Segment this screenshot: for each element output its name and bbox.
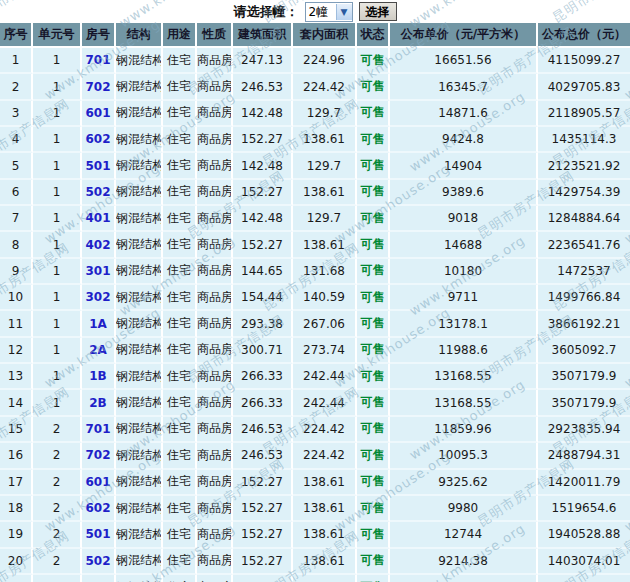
structure-cell: 钢混结构: [116, 259, 163, 285]
chevron-down-icon[interactable]: ▼: [336, 4, 352, 20]
inner-area-cell: 138.61: [293, 470, 357, 496]
total-price-cell: 4029705.83: [538, 74, 630, 100]
use-cell: 住宅: [163, 285, 197, 311]
column-header-4: 用途: [163, 23, 197, 48]
table-row: 21702钢混结构住宅商品房246.53224.42可售16345.740297…: [0, 74, 630, 100]
unit-number-cell: 1: [33, 232, 82, 258]
total-price-cell: 2236541.76: [538, 232, 630, 258]
use-cell: 住宅: [163, 417, 197, 443]
status-cell: 可售: [357, 180, 390, 206]
built-area-cell: 246.53: [233, 443, 293, 469]
column-header-7: 套内面积: [293, 23, 357, 48]
room-number-link[interactable]: 502: [82, 180, 116, 206]
total-price-cell: 3866192.21: [538, 311, 630, 337]
table-row: 101302钢混结构住宅商品房154.44140.59可售97111499766…: [0, 285, 630, 311]
status-cell: 可售: [357, 153, 390, 179]
built-area-cell: 266.33: [233, 390, 293, 416]
table-row: 172601钢混结构住宅商品房152.27138.61可售9325.621420…: [0, 470, 630, 496]
total-price-cell: 1472537: [538, 259, 630, 285]
room-number-link[interactable]: 1A: [82, 311, 116, 337]
unit-price-cell: 11859.96: [390, 417, 538, 443]
unit-price-cell: 14688: [390, 232, 538, 258]
nature-cell: 商品房: [197, 232, 233, 258]
serial-cell: 5: [0, 153, 33, 179]
unit-price-cell: 9424.8: [390, 127, 538, 153]
room-number-link[interactable]: 402: [82, 232, 116, 258]
total-price-cell: 3507179.9: [538, 390, 630, 416]
inner-area-cell: 242.44: [293, 390, 357, 416]
room-number-link[interactable]: 601: [82, 101, 116, 127]
structure-cell: 钢混结构: [116, 48, 163, 74]
building-select[interactable]: 2幢 ▼: [305, 2, 353, 22]
nature-cell: 商品房: [197, 180, 233, 206]
built-area-cell: 144.65: [233, 259, 293, 285]
serial-cell: 11: [0, 311, 33, 337]
room-number-link[interactable]: 501: [82, 153, 116, 179]
table-row: 41602钢混结构住宅商品房152.27138.61可售9424.8143511…: [0, 127, 630, 153]
select-building-button[interactable]: 选择: [359, 2, 397, 21]
unit-price-cell: 13178.1: [390, 311, 538, 337]
structure-cell: 钢混结构: [116, 338, 163, 364]
serial-cell: 14: [0, 390, 33, 416]
room-number-link[interactable]: 602: [82, 496, 116, 522]
room-number-link[interactable]: 502: [82, 549, 116, 575]
status-cell: 可售: [357, 443, 390, 469]
table-row: 61502钢混结构住宅商品房152.27138.61可售9389.6142975…: [0, 180, 630, 206]
room-number-link[interactable]: 702: [82, 74, 116, 100]
total-price-cell: 1519654.6: [538, 496, 630, 522]
nature-cell: 商品房: [197, 575, 233, 582]
building-selector-bar: 请选择幢： 2幢 ▼ 选择: [0, 0, 630, 23]
unit-number-cell: 1: [33, 153, 82, 179]
unit-price-cell: 16345.7: [390, 74, 538, 100]
column-header-6: 建筑面积: [233, 23, 293, 48]
room-number-link[interactable]: 2B: [82, 390, 116, 416]
total-price-cell: 4115099.27: [538, 48, 630, 74]
room-number-link[interactable]: 2A: [82, 338, 116, 364]
use-cell: 住宅: [163, 364, 197, 390]
serial-cell: 3: [0, 101, 33, 127]
room-number-link[interactable]: 701: [82, 48, 116, 74]
structure-cell: 钢混结构: [116, 206, 163, 232]
unit-number-cell: 1: [33, 259, 82, 285]
status-cell: 可售: [357, 48, 390, 74]
built-area-cell: 247.13: [233, 48, 293, 74]
status-cell: 可售: [357, 311, 390, 337]
room-number-link[interactable]: 301: [82, 259, 116, 285]
unit-number-cell: 1: [33, 338, 82, 364]
unit-number-cell: 1: [33, 364, 82, 390]
built-area-cell: 154.44: [233, 285, 293, 311]
serial-cell: 9: [0, 259, 33, 285]
room-number-link[interactable]: 702: [82, 443, 116, 469]
nature-cell: 商品房: [197, 311, 233, 337]
room-number-link[interactable]: 602: [82, 127, 116, 153]
serial-cell: 7: [0, 206, 33, 232]
room-number-link[interactable]: 401: [82, 206, 116, 232]
built-area-cell: 152.27: [233, 180, 293, 206]
inner-area-cell: 273.74: [293, 338, 357, 364]
built-area-cell: 152.27: [233, 575, 293, 582]
table-row: 51501钢混结构住宅商品房142.48129.7可售149042123521.…: [0, 153, 630, 179]
status-cell: 可售: [357, 285, 390, 311]
table-row: 71401钢混结构住宅商品房142.48129.7可售90181284884.6…: [0, 206, 630, 232]
room-number-link[interactable]: 1B: [82, 364, 116, 390]
nature-cell: 商品房: [197, 153, 233, 179]
unit-price-cell: 16651.56: [390, 48, 538, 74]
room-number-link[interactable]: 701: [82, 417, 116, 443]
structure-cell: 钢混结构: [116, 285, 163, 311]
total-price-cell: 1435114.3: [538, 127, 630, 153]
room-number-link[interactable]: 501: [82, 522, 116, 548]
use-cell: 住宅: [163, 443, 197, 469]
unit-number-cell: 1: [33, 101, 82, 127]
unit-price-cell: 9018: [390, 206, 538, 232]
building-select-label: 请选择幢：: [234, 3, 299, 21]
table-header-row: 序号单元号房号结构用途性质建筑面积套内面积状态公布单价（元/平方米）公布总价（元…: [0, 23, 630, 48]
inner-area-cell: 129.7: [293, 153, 357, 179]
room-number-link[interactable]: 601: [82, 470, 116, 496]
built-area-cell: 152.27: [233, 127, 293, 153]
room-number-link[interactable]: 302: [82, 285, 116, 311]
total-price-cell: 1429754.39: [538, 180, 630, 206]
unit-number-cell: 1: [33, 311, 82, 337]
total-price-cell: 1499766.84: [538, 285, 630, 311]
inner-area-cell: 129.7: [293, 206, 357, 232]
room-number-link[interactable]: 401: [82, 575, 116, 582]
